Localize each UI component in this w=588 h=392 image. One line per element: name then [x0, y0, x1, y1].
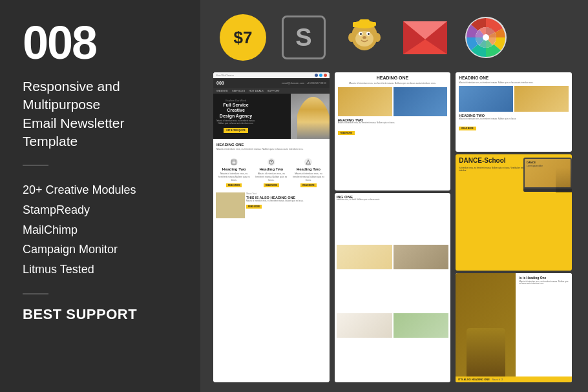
svg-point-2: [374, 33, 381, 42]
preview-device-top: HEADING ONE Mauris id interdum eros, eu …: [456, 72, 572, 152]
feature-campaign: Campaign Monitor: [23, 240, 181, 260]
price-label: $7: [234, 28, 253, 48]
card-body-text: Mauris id interdum eros, eu hendrerit ma…: [338, 82, 448, 85]
ep-nav-services: SERVICES: [232, 89, 245, 92]
preview-col-2: HEADING ONE Mauris id interdum eros, eu …: [335, 72, 451, 382]
email-preview-main: View Web Version 008 email@domain.com · …: [213, 72, 330, 382]
preview-device-yellow: DANCE-School DANCE Lorem ipsum dolor: [456, 154, 572, 271]
previews-row: View Web Version 008 email@domain.com · …: [213, 72, 572, 382]
ep-nav: WEBSITE SERVICES HOT DEALS SUPPORT: [213, 88, 330, 94]
svg-rect-12: [353, 25, 357, 27]
read-more-btn: READ MORE: [338, 131, 355, 135]
preview-col-3: HEADING ONE Mauris id interdum eros, eu …: [456, 72, 572, 382]
feature-litmus: Litmus Tested: [23, 260, 181, 280]
divider-2: [23, 293, 48, 294]
ep-nav-hotdeals: HOT DEALS: [249, 89, 264, 92]
grid-body: interdum eros, eu hetd. Nullam quis ex l…: [337, 199, 449, 201]
ep-col-icon-3: [304, 158, 312, 166]
ep-col-h-2: Heading Two: [254, 167, 289, 171]
ep-col-h-3: Heading Two: [291, 167, 326, 171]
feature-stampready: StampReady: [23, 200, 181, 220]
ep-col-text-1: Mauris id interdum eros, eu hendrerit ma…: [216, 172, 252, 182]
tagline-line3: Email Newsletter: [23, 116, 125, 130]
svg-rect-20: [232, 160, 236, 164]
svg-point-1: [348, 33, 355, 42]
tagline-line2: Multipurpose: [23, 97, 100, 112]
price-badge[interactable]: $7: [220, 14, 266, 61]
ep-section-1: HEADING ONE Mauris id interdum eros, eu …: [213, 139, 330, 155]
device-body-2: Mauris id interdum eros, eu hendrerit ma…: [459, 118, 569, 120]
svg-point-7: [368, 33, 370, 35]
best-support: BEST SUPPORT: [23, 306, 181, 323]
also-heading: IT'S ALSO HEADING ONE: [458, 378, 490, 381]
ep-body1: Mauris id interdum eros, eu hendrerit ma…: [216, 148, 326, 151]
ep-col-3: Heading Two Mauris id interdum eros, eu …: [291, 158, 326, 187]
preview-device-bottom: is is Heading One Mauris id interdum ero…: [456, 273, 572, 383]
tagline-line4: Template: [23, 134, 78, 149]
icons-row: $7 S: [213, 14, 572, 61]
device-heading: HEADING ONE: [459, 76, 569, 80]
ep-logo: 008: [216, 81, 224, 85]
mailchimp-icon-box: [341, 14, 388, 61]
divider-1: [23, 165, 48, 166]
svg-point-23: [271, 161, 272, 162]
ep-col-2: Heading Two Mauris id interdum eros, eu …: [254, 158, 289, 187]
ep-hero: Explore Our Work Full Service CreativeDe…: [213, 94, 330, 139]
ep-contact: email@domain.com · +0 256 567 8910: [282, 81, 326, 85]
svg-point-19: [483, 34, 489, 41]
right-panel: $7 S: [200, 0, 588, 392]
ep-nav-website: WEBSITE: [216, 89, 228, 92]
colorwheel-icon: [464, 15, 508, 59]
bottom-body: Mauris id interdum eros, eu hendrerit ma…: [519, 281, 569, 286]
campaign-monitor-icon: [402, 20, 448, 56]
ep-img-text: Short Text THIS IS ALSO HEADING ONE Maur…: [213, 191, 330, 220]
tagline-line1: Responsive and: [23, 79, 120, 94]
colorwheel-icon-box: [463, 14, 509, 61]
ep-col-h-1: Heading Two: [216, 167, 252, 171]
feature-modules: 20+ Creative Modules: [23, 180, 181, 200]
preview-card-bottom: ING ONE interdum eros, eu hetd. Nullam q…: [335, 193, 451, 383]
ep-read-more-1: READ MORE: [226, 183, 242, 187]
tagline: Responsive and Multipurpose Email Newsle…: [23, 77, 181, 150]
features-list: 20+ Creative Modules StampReady MailChim…: [23, 180, 181, 279]
device-body: Mauris id interdum eros, eu hendrerit ma…: [459, 81, 569, 84]
ep-col-icon-1: [230, 158, 238, 166]
stampready-icon: S: [282, 15, 326, 59]
campaign-monitor-icon-box: [402, 14, 448, 61]
ep-col-icon-2: [268, 158, 275, 166]
svg-marker-24: [306, 160, 310, 164]
svg-point-6: [360, 33, 362, 35]
also-body: Mauris id 13: [492, 378, 503, 381]
product-number: 008: [23, 19, 181, 66]
svg-rect-11: [359, 19, 370, 25]
stampready-icon-box: S: [280, 14, 327, 61]
ep-col-1: Heading Two Mauris id interdum eros, eu …: [216, 158, 252, 187]
device-read-more: READ MORE: [459, 127, 476, 130]
ep-header: 008 email@domain.com · +0 256 567 8910: [213, 78, 330, 88]
ep-col-text-3: Mauris id interdum eros, eu hendrerit ma…: [291, 172, 326, 182]
card-body-2: Mauris id interdum eros, eu hendrerit ma…: [338, 122, 448, 125]
ep-read-more-3: READ MORE: [300, 183, 316, 187]
bottom-heading: is is Heading One: [519, 276, 569, 280]
ep-col-text-2: Mauris id interdum eros, eu hendrerit ma…: [254, 172, 289, 182]
preview-card-top: HEADING ONE Mauris id interdum eros, eu …: [335, 72, 451, 191]
ep-read-more-2: READ MORE: [264, 183, 279, 187]
ep-3col: Heading Two Mauris id interdum eros, eu …: [213, 155, 330, 191]
bottom-strip: IT'S ALSO HEADING ONE Mauris id 13: [456, 377, 572, 382]
feature-mailchimp: MailChimp: [23, 220, 181, 240]
preview-col-1: View Web Version 008 email@domain.com · …: [213, 72, 330, 382]
card-heading-1: HEADING ONE: [338, 76, 448, 80]
ep-h1: HEADING ONE: [216, 143, 326, 147]
left-panel: 008 Responsive and Multipurpose Email Ne…: [0, 0, 200, 392]
mailchimp-monkey-icon: [342, 15, 386, 59]
svg-point-8: [362, 36, 366, 39]
ep-nav-support: SUPPORT: [268, 89, 280, 92]
